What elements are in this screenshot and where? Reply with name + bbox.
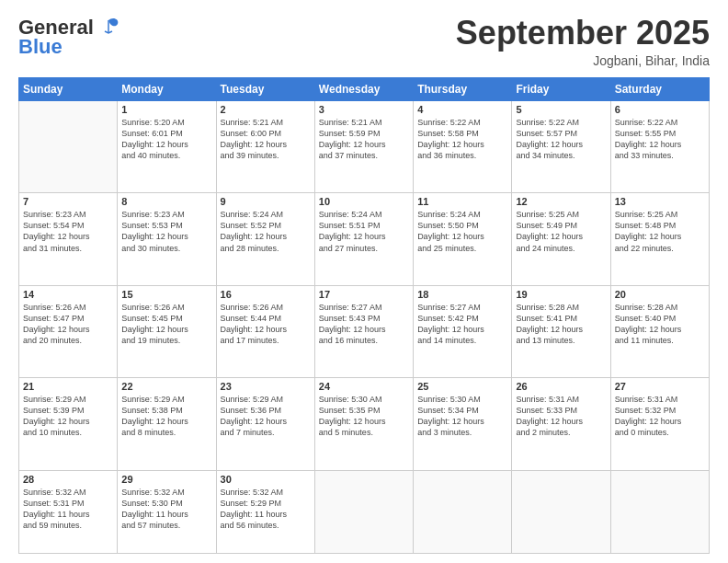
day-info: Sunrise: 5:30 AMSunset: 5:35 PMDaylight:…: [319, 394, 409, 439]
day-number: 19: [516, 289, 606, 300]
day-info: Sunrise: 5:27 AMSunset: 5:42 PMDaylight:…: [417, 302, 507, 347]
table-row: 21Sunrise: 5:29 AMSunset: 5:39 PMDayligh…: [19, 378, 118, 470]
day-info: Sunrise: 5:29 AMSunset: 5:38 PMDaylight:…: [121, 394, 211, 439]
table-row: [414, 470, 512, 553]
table-row: 17Sunrise: 5:27 AMSunset: 5:43 PMDayligh…: [314, 285, 413, 377]
day-info: Sunrise: 5:31 AMSunset: 5:33 PMDaylight:…: [516, 394, 606, 439]
day-number: 5: [516, 104, 606, 115]
day-number: 23: [221, 381, 311, 392]
table-row: 16Sunrise: 5:26 AMSunset: 5:44 PMDayligh…: [216, 285, 314, 377]
day-number: 11: [417, 196, 507, 207]
table-row: 8Sunrise: 5:23 AMSunset: 5:53 PMDaylight…: [118, 193, 216, 285]
day-number: 14: [23, 289, 113, 300]
day-number: 13: [615, 196, 705, 207]
day-info: Sunrise: 5:26 AMSunset: 5:45 PMDaylight:…: [121, 302, 211, 347]
day-info: Sunrise: 5:24 AMSunset: 5:51 PMDaylight:…: [319, 209, 409, 254]
day-info: Sunrise: 5:28 AMSunset: 5:40 PMDaylight:…: [615, 302, 705, 347]
col-saturday: Saturday: [610, 77, 709, 100]
table-row: 1Sunrise: 5:20 AMSunset: 6:01 PMDaylight…: [118, 100, 216, 192]
logo-bird-icon: [96, 15, 121, 40]
table-row: 29Sunrise: 5:32 AMSunset: 5:30 PMDayligh…: [118, 470, 216, 553]
col-tuesday: Tuesday: [216, 77, 314, 100]
day-info: Sunrise: 5:21 AMSunset: 6:00 PMDaylight:…: [221, 117, 311, 162]
col-sunday: Sunday: [19, 77, 118, 100]
location: Jogbani, Bihar, India: [456, 53, 710, 68]
table-row: 25Sunrise: 5:30 AMSunset: 5:34 PMDayligh…: [414, 378, 512, 470]
table-row: 24Sunrise: 5:30 AMSunset: 5:35 PMDayligh…: [314, 378, 413, 470]
day-info: Sunrise: 5:32 AMSunset: 5:29 PMDaylight:…: [221, 487, 311, 532]
day-number: 15: [121, 289, 211, 300]
table-row: 4Sunrise: 5:22 AMSunset: 5:58 PMDaylight…: [414, 100, 512, 192]
logo: General Blue: [18, 15, 121, 59]
day-number: 1: [121, 104, 211, 115]
day-info: Sunrise: 5:26 AMSunset: 5:47 PMDaylight:…: [23, 302, 113, 347]
day-number: 20: [615, 289, 705, 300]
day-info: Sunrise: 5:28 AMSunset: 5:41 PMDaylight:…: [516, 302, 606, 347]
day-info: Sunrise: 5:25 AMSunset: 5:49 PMDaylight:…: [516, 209, 606, 254]
day-number: 7: [23, 196, 113, 207]
table-row: 14Sunrise: 5:26 AMSunset: 5:47 PMDayligh…: [19, 285, 118, 377]
day-number: 9: [221, 196, 311, 207]
col-monday: Monday: [118, 77, 216, 100]
table-row: 5Sunrise: 5:22 AMSunset: 5:57 PMDaylight…: [512, 100, 610, 192]
day-info: Sunrise: 5:23 AMSunset: 5:53 PMDaylight:…: [121, 209, 211, 254]
day-info: Sunrise: 5:22 AMSunset: 5:58 PMDaylight:…: [417, 117, 507, 162]
table-row: 6Sunrise: 5:22 AMSunset: 5:55 PMDaylight…: [610, 100, 709, 192]
table-row: [314, 470, 413, 553]
day-number: 25: [417, 381, 507, 392]
day-number: 21: [23, 381, 113, 392]
table-row: 9Sunrise: 5:24 AMSunset: 5:52 PMDaylight…: [216, 193, 314, 285]
table-row: 23Sunrise: 5:29 AMSunset: 5:36 PMDayligh…: [216, 378, 314, 470]
day-info: Sunrise: 5:26 AMSunset: 5:44 PMDaylight:…: [221, 302, 311, 347]
day-info: Sunrise: 5:22 AMSunset: 5:55 PMDaylight:…: [615, 117, 705, 162]
month-title: September 2025: [456, 15, 710, 52]
day-info: Sunrise: 5:20 AMSunset: 6:01 PMDaylight:…: [121, 117, 211, 162]
day-number: 2: [221, 104, 311, 115]
table-row: 30Sunrise: 5:32 AMSunset: 5:29 PMDayligh…: [216, 470, 314, 553]
table-row: 2Sunrise: 5:21 AMSunset: 6:00 PMDaylight…: [216, 100, 314, 192]
day-number: 17: [319, 289, 409, 300]
title-block: September 2025 Jogbani, Bihar, India: [456, 15, 710, 68]
table-row: 7Sunrise: 5:23 AMSunset: 5:54 PMDaylight…: [19, 193, 118, 285]
day-number: 28: [23, 474, 113, 485]
table-row: 22Sunrise: 5:29 AMSunset: 5:38 PMDayligh…: [118, 378, 216, 470]
day-info: Sunrise: 5:31 AMSunset: 5:32 PMDaylight:…: [615, 394, 705, 439]
table-row: 19Sunrise: 5:28 AMSunset: 5:41 PMDayligh…: [512, 285, 610, 377]
day-number: 10: [319, 196, 409, 207]
day-number: 22: [121, 381, 211, 392]
day-info: Sunrise: 5:24 AMSunset: 5:50 PMDaylight:…: [417, 209, 507, 254]
table-row: 11Sunrise: 5:24 AMSunset: 5:50 PMDayligh…: [414, 193, 512, 285]
table-row: [19, 100, 118, 192]
day-info: Sunrise: 5:23 AMSunset: 5:54 PMDaylight:…: [23, 209, 113, 254]
day-info: Sunrise: 5:22 AMSunset: 5:57 PMDaylight:…: [516, 117, 606, 162]
table-row: 15Sunrise: 5:26 AMSunset: 5:45 PMDayligh…: [118, 285, 216, 377]
table-row: 18Sunrise: 5:27 AMSunset: 5:42 PMDayligh…: [414, 285, 512, 377]
day-info: Sunrise: 5:21 AMSunset: 5:59 PMDaylight:…: [319, 117, 409, 162]
day-number: 16: [221, 289, 311, 300]
calendar-header-row: Sunday Monday Tuesday Wednesday Thursday…: [19, 77, 710, 100]
calendar-table: Sunday Monday Tuesday Wednesday Thursday…: [18, 77, 710, 554]
table-row: 26Sunrise: 5:31 AMSunset: 5:33 PMDayligh…: [512, 378, 610, 470]
day-info: Sunrise: 5:30 AMSunset: 5:34 PMDaylight:…: [417, 394, 507, 439]
day-number: 30: [221, 474, 311, 485]
day-number: 6: [615, 104, 705, 115]
col-friday: Friday: [512, 77, 610, 100]
col-thursday: Thursday: [414, 77, 512, 100]
logo-blue: Blue: [18, 35, 63, 59]
day-info: Sunrise: 5:32 AMSunset: 5:31 PMDaylight:…: [23, 487, 113, 532]
table-row: 27Sunrise: 5:31 AMSunset: 5:32 PMDayligh…: [610, 378, 709, 470]
table-row: [512, 470, 610, 553]
day-number: 24: [319, 381, 409, 392]
day-info: Sunrise: 5:32 AMSunset: 5:30 PMDaylight:…: [121, 487, 211, 532]
page: General Blue September 2025 Jogbani, Bih…: [0, 0, 728, 563]
day-info: Sunrise: 5:24 AMSunset: 5:52 PMDaylight:…: [221, 209, 311, 254]
day-number: 27: [615, 381, 705, 392]
day-number: 18: [417, 289, 507, 300]
table-row: 10Sunrise: 5:24 AMSunset: 5:51 PMDayligh…: [314, 193, 413, 285]
day-number: 8: [121, 196, 211, 207]
day-info: Sunrise: 5:27 AMSunset: 5:43 PMDaylight:…: [319, 302, 409, 347]
table-row: 20Sunrise: 5:28 AMSunset: 5:40 PMDayligh…: [610, 285, 709, 377]
day-number: 26: [516, 381, 606, 392]
table-row: 3Sunrise: 5:21 AMSunset: 5:59 PMDaylight…: [314, 100, 413, 192]
day-info: Sunrise: 5:29 AMSunset: 5:39 PMDaylight:…: [23, 394, 113, 439]
